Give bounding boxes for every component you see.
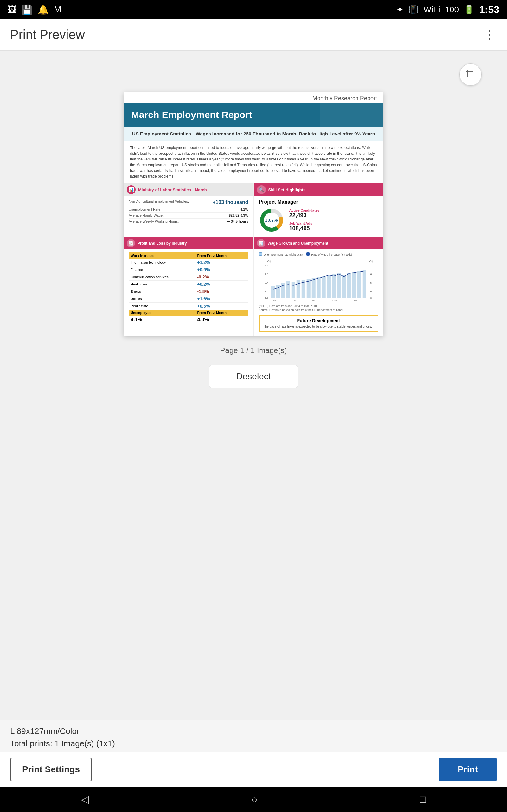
future-dev-text: The pace of rate hikes is expected to be…	[263, 324, 374, 329]
svg-text:4: 4	[370, 290, 372, 293]
stat-item-2: Unemployment Rate: 4.1%	[129, 206, 248, 212]
svg-text:16/1: 16/1	[271, 299, 276, 302]
svg-text:3.2: 3.2	[265, 264, 268, 267]
active-candidates: Active Candidates 22,493	[289, 208, 320, 219]
svg-rect-20	[271, 286, 275, 298]
wage-icon: 📊	[257, 239, 265, 247]
skill-label: Skill Set Highlights	[268, 188, 306, 192]
status-time: 1:53	[479, 4, 499, 15]
wage-label: Wage Growth and Unemployment	[268, 241, 329, 246]
recents-icon[interactable]: □	[420, 794, 426, 805]
vibrate-icon: 📳	[408, 5, 418, 14]
job-want-ads: Job Want Ads 108,495	[289, 221, 320, 232]
svg-text:7: 7	[370, 264, 372, 267]
legend-item-1: Unemployment rate (right axis)	[259, 252, 303, 256]
svg-text:18/1: 18/1	[352, 299, 357, 302]
profit-loss-header: 📈 Profit and Loss by Industry	[124, 237, 253, 249]
table-row: Real estate +0.5%	[129, 303, 248, 310]
home-icon[interactable]: ○	[251, 794, 257, 805]
deselect-button[interactable]: Deselect	[209, 365, 298, 388]
print-size-text: L 89x127mm/Color	[10, 726, 497, 736]
table-row: Utilities +1.6%	[129, 295, 248, 303]
skill-box-header: 🔍 Skill Set Highlights	[254, 183, 384, 196]
svg-rect-31	[327, 275, 331, 298]
battery-level: 100	[445, 5, 459, 14]
svg-text:3: 3	[370, 297, 372, 299]
wage-chart-svg: (%) 3.2 2.8 2.4 2.0 1.6 (%) 7 6 5 4 3	[259, 258, 379, 302]
svg-rect-29	[317, 276, 320, 298]
stat-item-4: Average Weekly Working Hours: ➡ 34.5 hou…	[129, 218, 248, 224]
crop-icon-container	[6, 63, 501, 86]
profit-icon: 📈	[127, 239, 135, 247]
svg-text:1.6: 1.6	[265, 297, 268, 299]
doc-subtitle-text: US Employment Statistics Wages Increased…	[130, 131, 377, 137]
photo-icon: 🖼	[8, 4, 16, 15]
ministry-header: 📊 Ministry of Labor Statistics - March	[124, 183, 253, 196]
svg-text:17/1: 17/1	[332, 299, 337, 302]
future-dev-box: Future Development The pace of rate hike…	[259, 315, 379, 332]
ministry-box: 📊 Ministry of Labor Statistics - March N…	[124, 183, 254, 237]
doc-title-bar: March Employment Report	[124, 103, 383, 126]
svg-rect-34	[342, 275, 346, 298]
main-content: Monthly Research Report March Employment…	[0, 51, 507, 720]
svg-rect-24	[291, 282, 295, 298]
svg-rect-36	[352, 272, 356, 298]
svg-rect-37	[357, 271, 361, 298]
ministry-label: Ministry of Labor Statistics - March	[138, 188, 207, 192]
more-options-button[interactable]: ⋮	[482, 27, 497, 43]
svg-text:16/1: 16/1	[312, 299, 317, 302]
back-icon[interactable]: ◁	[81, 793, 89, 805]
col-header-2: From Prev. Month	[195, 252, 248, 259]
svg-rect-33	[337, 273, 341, 298]
battery-icon: 🔋	[464, 5, 474, 14]
status-icons-right: ✦ 📳 WiFi 100 🔋 1:53	[396, 4, 499, 15]
crop-button[interactable]	[459, 63, 482, 86]
bottom-stats-row: 📈 Profit and Loss by Industry Work Incre…	[124, 237, 383, 336]
donut-percent: 20.7%	[265, 217, 278, 223]
app-header: Print Preview ⋮	[0, 19, 507, 51]
stat-item-3: Average Hourly Wage: $26.82 0.3%	[129, 212, 248, 218]
chart-legend: Unemployment rate (right axis) Rate of w…	[259, 252, 379, 256]
svg-text:15/1: 15/1	[291, 299, 296, 302]
page-title: Print Preview	[10, 28, 85, 42]
profit-label: Profit and Loss by Industry	[137, 241, 187, 246]
table-row: Finance +0.9%	[129, 266, 248, 273]
chart-note: (NOTE) Data are from Jan. 2014 to Mar. 2…	[259, 305, 379, 312]
ministry-icon: 📊	[127, 185, 135, 194]
svg-text:6: 6	[370, 273, 372, 275]
print-button[interactable]: Print	[439, 758, 497, 781]
alert-icon: 🔔	[38, 4, 49, 15]
svg-rect-30	[322, 276, 326, 298]
svg-text:(%): (%)	[369, 260, 373, 263]
legend-item-2: Rate of wage increase (left axis)	[306, 252, 352, 256]
print-settings-button[interactable]: Print Settings	[10, 758, 92, 781]
svg-rect-32	[332, 274, 336, 298]
deselect-btn-container: Deselect	[209, 365, 298, 388]
svg-text:2.8: 2.8	[265, 273, 268, 275]
future-dev-title: Future Development	[263, 318, 374, 323]
svg-rect-0	[468, 72, 472, 76]
donut-container: 20.7% Active Candidates 22,493 Job Want …	[259, 207, 379, 233]
svg-rect-38	[362, 270, 366, 298]
table-row: Healthcare +0.2%	[129, 281, 248, 288]
table-row: Information technology +1.2%	[129, 259, 248, 266]
status-icons-left: 🖼 💾 🔔 M	[8, 4, 61, 15]
nav-bar: ◁ ○ □	[0, 786, 507, 812]
svg-rect-28	[312, 278, 315, 298]
table-row: Communication services -0.2%	[129, 273, 248, 281]
doc-header-label: Monthly Research Report	[124, 92, 383, 103]
table-row: Energy -1.8%	[129, 288, 248, 295]
stats-row-top: 📊 Ministry of Labor Statistics - March N…	[124, 183, 383, 237]
svg-rect-27	[306, 279, 310, 298]
skill-set-box: 🔍 Skill Set Highlights Project Manager 2…	[254, 183, 384, 237]
profit-loss-box: 📈 Profit and Loss by Industry Work Incre…	[124, 237, 254, 336]
doc-subtitle-section: US Employment Statistics Wages Increased…	[124, 126, 383, 141]
ministry-stats: Non-Agricultural Employment Vehicles: +1…	[129, 199, 248, 224]
bottom-info-bar: L 89x127mm/Color Total prints: 1 Image(s…	[0, 720, 507, 752]
wage-chart-box: 📊 Wage Growth and Unemployment Unemploym…	[254, 237, 384, 336]
save-icon: 💾	[21, 4, 33, 15]
document-preview: Monthly Research Report March Employment…	[124, 92, 383, 336]
doc-title-text: March Employment Report	[131, 109, 376, 120]
svg-text:(%): (%)	[267, 260, 271, 263]
table-footer-row: Unemployed From Prev. Month	[129, 310, 248, 316]
